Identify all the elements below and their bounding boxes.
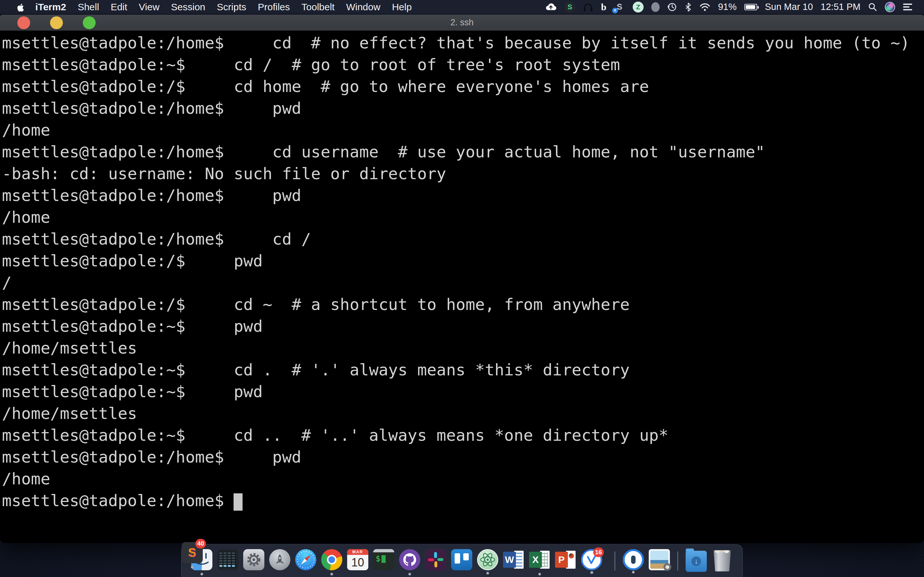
terminal-line: /home	[2, 119, 924, 141]
notification-center-icon[interactable]	[903, 3, 913, 11]
speech-bubble-icon[interactable]	[651, 2, 660, 12]
desktop: { "menu_bar": { "app_name": "iTerm2", "m…	[0, 0, 924, 577]
terminal-cursor	[234, 493, 242, 511]
powerpoint-letter: P	[555, 552, 568, 568]
zoom-button[interactable]	[83, 16, 95, 29]
cloud-upload-icon[interactable]	[545, 3, 557, 11]
close-button[interactable]	[17, 16, 30, 29]
running-indicator	[200, 573, 203, 575]
spotlight-search-icon[interactable]	[868, 3, 877, 11]
running-indicator	[191, 566, 194, 568]
terminal-line: /home	[2, 468, 924, 490]
dock: A MAR 10 N ♫ R $ G 40	[181, 544, 743, 577]
sync-error-badge: ✕	[612, 8, 618, 13]
terminal-line: msettles@tadpole:~$ cd . # '.' always me…	[2, 359, 924, 381]
terminal-line: msettles@tadpole:~$ cd / # go to root of…	[2, 54, 924, 76]
running-indicator	[538, 573, 541, 575]
terminal-line: msettles@tadpole:/$ cd ~ # a shortcut to…	[2, 293, 924, 316]
running-indicator	[632, 571, 635, 574]
terminal-line: msettles@tadpole:~$ pwd	[2, 316, 924, 337]
magnifier-icon	[664, 563, 671, 571]
menu-view[interactable]: View	[139, 2, 160, 13]
terminal-line: msettles@tadpole:/home$ pwd	[2, 97, 924, 119]
dock-onepassword[interactable]	[623, 549, 644, 570]
terminal-line: msettles@tadpole:/home$ cd /	[2, 228, 924, 250]
bluetooth-icon[interactable]	[685, 2, 692, 12]
dock-atom[interactable]	[477, 549, 498, 570]
dock-github-desktop[interactable]	[399, 549, 420, 570]
clock-date[interactable]: Sun Mar 10	[765, 2, 813, 12]
compass-icon	[295, 549, 317, 570]
terminal-line: /	[2, 272, 924, 293]
dock-calendar[interactable]: MAR 10	[347, 549, 368, 570]
dock-preview[interactable]	[649, 549, 670, 570]
clock-time[interactable]: 12:51 PM	[821, 2, 861, 12]
menu-edit[interactable]: Edit	[111, 2, 128, 13]
terminal-line: /home	[2, 206, 924, 228]
running-indicator	[330, 573, 333, 575]
dock-trello[interactable]	[451, 549, 472, 570]
dock-mail[interactable]: 16	[581, 549, 602, 570]
menu-shell[interactable]: Shell	[78, 2, 99, 13]
menu-profiles[interactable]: Profiles	[258, 2, 290, 13]
dock-chrome[interactable]	[321, 549, 342, 570]
z-app-icon[interactable]: Z	[633, 2, 644, 13]
menu-window[interactable]: Window	[346, 2, 381, 13]
excel-letter: X	[529, 552, 542, 568]
terminal-line: /home/msettles	[2, 403, 924, 424]
dock-activity-monitor[interactable]	[217, 549, 238, 570]
headphones-icon[interactable]	[583, 3, 593, 11]
battery-icon[interactable]	[744, 4, 757, 10]
word-letter: W	[503, 552, 516, 568]
window-title-bar[interactable]: 2. ssh	[0, 15, 924, 31]
menu-session[interactable]: Session	[171, 2, 205, 13]
cursor-block-icon	[381, 555, 386, 563]
rocket-icon	[269, 549, 290, 570]
time-machine-icon[interactable]	[667, 2, 677, 12]
dollar-prompt-icon: $	[376, 554, 380, 563]
menu-bar: iTerm2 Shell Edit View Session Scripts P…	[0, 0, 924, 14]
terminal-line: msettles@tadpole:/home$ cd # no effect? …	[2, 32, 924, 54]
terminal-line: msettles@tadpole:/$ cd home # go to wher…	[2, 76, 924, 97]
music-note-icon: ♫	[188, 546, 197, 559]
trello-board-left	[455, 553, 460, 564]
terminal-line: /home/msettles	[2, 337, 924, 359]
terminal-line: msettles@tadpole:~$ cd .. # '..' always …	[2, 424, 924, 446]
menu-scripts[interactable]: Scripts	[217, 2, 246, 13]
terminal-prompt-line: msettles@tadpole:/home$	[2, 490, 924, 512]
iterm2-window: 2. ssh msettles@tadpole:/home$ cd # no e…	[0, 15, 924, 543]
terminal-screen[interactable]: msettles@tadpole:/home$ cd # no effect? …	[0, 31, 924, 543]
calendar-day: 10	[347, 555, 368, 570]
calendar-month: MAR	[347, 549, 368, 555]
dock-terminal[interactable]: $	[373, 549, 394, 570]
apple-menu-icon[interactable]	[16, 3, 24, 11]
menu-help[interactable]: Help	[392, 2, 412, 13]
wifi-icon[interactable]	[699, 3, 710, 11]
menu-app-name[interactable]: iTerm2	[35, 2, 66, 13]
b-app-icon[interactable]: b	[601, 2, 606, 13]
window-title: 2. ssh	[451, 18, 473, 27]
dock-safari[interactable]	[295, 549, 317, 570]
dock-launchpad[interactable]	[269, 549, 290, 570]
sync-chain-icon[interactable]: S ✕	[614, 2, 625, 13]
terminal-line: msettles@tadpole:/$ pwd	[2, 250, 924, 272]
terminal-line: msettles@tadpole:/home$ pwd	[2, 185, 924, 206]
dock-word[interactable]: W	[503, 549, 524, 570]
atom-icon	[478, 550, 497, 569]
dock-downloads-folder[interactable]: ↓	[686, 551, 707, 572]
gear-icon	[243, 549, 264, 570]
minimize-button[interactable]	[50, 16, 63, 29]
notification-badge: 40	[195, 539, 206, 548]
octocat-icon	[399, 549, 420, 570]
terminal-line: msettles@tadpole:/home$ cd username # us…	[2, 141, 924, 163]
dock-powerpoint[interactable]: P	[555, 549, 576, 570]
dock-slack[interactable]	[425, 549, 446, 570]
dock-excel[interactable]: X	[529, 549, 550, 570]
download-arrow-icon: ↓	[691, 556, 701, 566]
battery-percent[interactable]: 91%	[718, 2, 737, 12]
dock-trash[interactable]	[713, 550, 732, 572]
dock-system-preferences[interactable]	[243, 549, 264, 570]
green-s-app-icon[interactable]: S	[564, 2, 575, 13]
menu-toolbelt[interactable]: Toolbelt	[302, 2, 334, 13]
siri-icon[interactable]	[885, 2, 895, 12]
